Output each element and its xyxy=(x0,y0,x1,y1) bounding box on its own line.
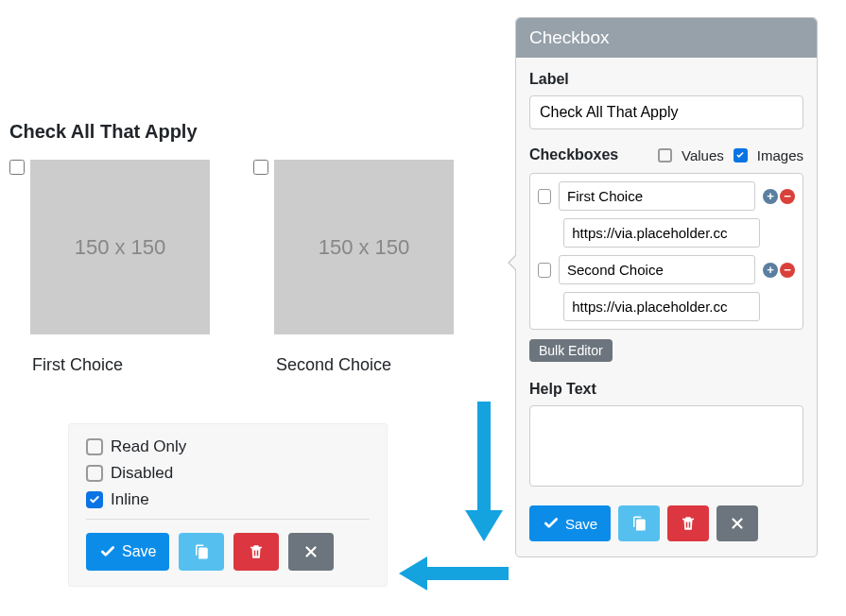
option-disabled-label: Disabled xyxy=(111,464,173,483)
trash-icon xyxy=(248,543,265,560)
copy-button[interactable] xyxy=(179,533,224,571)
checkboxes-heading: Checkboxes xyxy=(529,146,618,163)
save-button[interactable]: Save xyxy=(529,505,611,541)
editor-title: Checkbox xyxy=(516,18,817,58)
preview-area: Check All That Apply 150 x 150 First Cho… xyxy=(9,121,482,375)
trash-icon xyxy=(680,515,697,532)
choice-default-checkbox[interactable] xyxy=(538,189,551,204)
options-panel: Read Only Disabled Inline Save xyxy=(68,423,388,587)
delete-button[interactable] xyxy=(667,505,709,541)
delete-button[interactable] xyxy=(233,533,279,571)
copy-icon xyxy=(630,515,647,532)
preview-choice-1-checkbox[interactable] xyxy=(9,160,25,175)
preview-choice-1: 150 x 150 First Choice xyxy=(9,160,210,375)
option-disabled[interactable]: Disabled xyxy=(86,464,370,483)
option-read-only[interactable]: Read Only xyxy=(86,437,370,456)
choice-row xyxy=(538,292,795,321)
close-icon xyxy=(729,515,746,532)
svg-marker-3 xyxy=(399,556,427,590)
choice-label-input[interactable] xyxy=(559,255,755,284)
check-icon xyxy=(543,515,560,532)
add-choice-icon[interactable]: + xyxy=(763,263,778,278)
choice-image-url-input[interactable] xyxy=(563,218,760,248)
images-toggle[interactable] xyxy=(734,148,748,163)
preview-choice-2: 150 x 150 Second Choice xyxy=(253,160,454,375)
checkbox-icon xyxy=(86,438,103,455)
choice-editor: + − + − xyxy=(529,173,803,330)
choice-image-url-input[interactable] xyxy=(563,292,760,321)
choice-default-checkbox[interactable] xyxy=(538,263,551,278)
choice-label-input[interactable] xyxy=(559,181,755,211)
images-toggle-label: Images xyxy=(757,147,803,163)
preview-choice-2-checkbox[interactable] xyxy=(253,160,268,175)
check-icon xyxy=(99,543,116,560)
placeholder-image-1: 150 x 150 xyxy=(30,160,210,334)
divider xyxy=(86,519,370,520)
preview-choices: 150 x 150 First Choice 150 x 150 Second … xyxy=(9,160,482,375)
remove-choice-icon[interactable]: − xyxy=(780,263,795,278)
preview-heading: Check All That Apply xyxy=(9,121,482,143)
option-inline[interactable]: Inline xyxy=(86,490,370,509)
arrow-left-icon xyxy=(397,553,510,594)
choice-row xyxy=(538,218,795,248)
copy-button[interactable] xyxy=(618,505,660,541)
save-button[interactable]: Save xyxy=(86,533,169,571)
placeholder-image-2: 150 x 150 xyxy=(274,160,454,334)
arrow-down-icon xyxy=(460,402,508,543)
add-choice-icon[interactable]: + xyxy=(763,189,778,204)
close-button[interactable] xyxy=(717,505,758,541)
preview-choice-1-label: First Choice xyxy=(32,355,210,375)
choice-row: + − xyxy=(538,181,795,211)
remove-choice-icon[interactable]: − xyxy=(780,189,795,204)
choice-row: + − xyxy=(538,255,795,284)
preview-choice-2-label: Second Choice xyxy=(276,355,454,375)
values-toggle[interactable] xyxy=(658,148,672,163)
help-text-label: Help Text xyxy=(529,381,803,398)
save-button-label: Save xyxy=(565,516,597,532)
save-button-label: Save xyxy=(122,543,156,560)
options-button-row: Save xyxy=(86,533,370,571)
checkbox-icon xyxy=(86,465,103,482)
option-inline-label: Inline xyxy=(111,490,149,509)
close-icon xyxy=(302,543,319,560)
values-toggle-label: Values xyxy=(682,147,724,163)
help-text-input[interactable] xyxy=(529,405,803,487)
svg-marker-1 xyxy=(465,510,503,541)
close-button[interactable] xyxy=(288,533,334,571)
label-field-label: Label xyxy=(529,71,803,88)
editor-panel: Checkbox Label Checkboxes Values Images xyxy=(515,17,818,557)
copy-icon xyxy=(193,543,210,560)
editor-button-row: Save xyxy=(529,505,803,541)
label-input[interactable] xyxy=(529,95,803,129)
option-read-only-label: Read Only xyxy=(111,437,186,456)
checkbox-icon xyxy=(86,491,103,508)
bulk-editor-button[interactable]: Bulk Editor xyxy=(529,339,613,362)
